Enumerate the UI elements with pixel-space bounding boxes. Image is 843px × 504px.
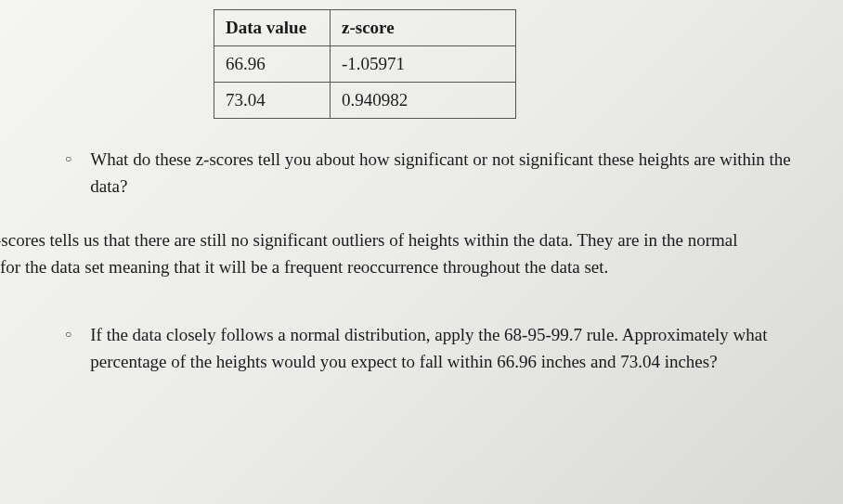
cell-data-value-2: 73.04 xyxy=(214,83,331,119)
question-1-text: What do these z-scores tell you about ho… xyxy=(90,147,824,200)
cell-z-score-2: 0.940982 xyxy=(331,83,516,119)
question-2-block: ○ If the data closely follows a normal d… xyxy=(65,322,824,375)
question-1-block: ○ What do these z-scores tell you about … xyxy=(65,147,824,200)
zscore-table-container: Data value z-score 66.96 -1.05971 73.04 … xyxy=(214,9,843,119)
question-2-text: If the data closely follows a normal dis… xyxy=(90,322,824,375)
answer-1-line-2: for the data set meaning that it will be… xyxy=(0,254,829,281)
header-z-score: z-score xyxy=(331,10,516,46)
bullet-icon: ○ xyxy=(65,152,71,166)
table-row: 66.96 -1.05971 xyxy=(214,46,516,83)
answer-1-block: -scores tells us that there are still no… xyxy=(0,227,829,280)
zscore-table: Data value z-score 66.96 -1.05971 73.04 … xyxy=(214,9,516,119)
table-row: 73.04 0.940982 xyxy=(214,83,516,119)
cell-z-score-1: -1.05971 xyxy=(331,46,516,83)
answer-1-line-1: -scores tells us that there are still no… xyxy=(0,227,829,254)
header-data-value: Data value xyxy=(214,10,331,46)
cell-data-value-1: 66.96 xyxy=(214,46,331,83)
bullet-icon: ○ xyxy=(65,328,71,342)
table-header-row: Data value z-score xyxy=(214,10,516,46)
